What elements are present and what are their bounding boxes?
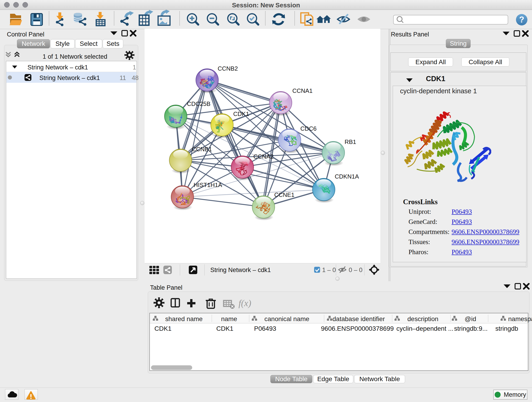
svg-text:CCNB1: CCNB1 (192, 146, 212, 153)
svg-text:CCNB2: CCNB2 (218, 65, 238, 72)
svg-text:f(x): f(x) (239, 298, 251, 308)
svg-text:CCNA1: CCNA1 (292, 87, 312, 94)
svg-text:HIST1H1A: HIST1H1A (194, 182, 222, 188)
svg-text:CDC25B: CDC25B (187, 100, 210, 107)
svg-text:?: ? (519, 15, 524, 24)
svg-text:CCNA2: CCNA2 (253, 153, 273, 160)
svg-text:CDC6: CDC6 (300, 125, 317, 132)
svg-text:CDK1: CDK1 (233, 110, 249, 117)
svg-text:CCNE1: CCNE1 (274, 191, 294, 198)
svg-text:CDKN1A: CDKN1A (335, 173, 359, 180)
svg-text:RB1: RB1 (345, 138, 356, 145)
